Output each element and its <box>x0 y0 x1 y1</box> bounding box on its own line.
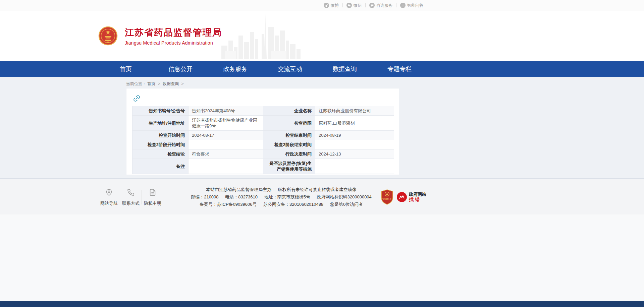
topbar-consult-label: 咨询服务 <box>376 3 392 8</box>
footer-link-label: 联系方式 <box>120 200 142 206</box>
field-label: 检查结论 <box>132 149 189 159</box>
table-row: 告知书编号/公告号 告知书2024年第408号 企业名称 江苏联环药业股份有限公… <box>132 106 394 116</box>
footer-link-privacy[interactable]: 隐私申明 <box>142 188 163 206</box>
nav-item-gov-services[interactable]: 政务服务 <box>208 61 263 77</box>
site-logo[interactable]: 江苏省药品监督管理局 Jiangsu Medical Products Admi… <box>98 26 222 46</box>
field-value: 江苏联环药业股份有限公司 <box>315 106 394 116</box>
main-nav: 首页 信息公开 政务服务 交流互动 数据查询 专题专栏 <box>0 61 644 77</box>
field-value <box>189 159 263 174</box>
breadcrumb-home-link[interactable]: 首页 <box>147 81 155 86</box>
badge-label: 党政机关 <box>382 197 392 200</box>
map-pin-icon <box>105 189 113 196</box>
breadcrumb-separator: > <box>181 81 183 86</box>
breadcrumb-label: 当前位置： <box>126 81 146 86</box>
footer-badges: 党政机关 政府网站 找错 <box>381 189 427 205</box>
site-header: 江苏省药品监督管理局 Jiangsu Medical Products Admi… <box>0 11 644 61</box>
field-label: 检查开始时间 <box>132 131 189 140</box>
city-skyline-graphic <box>221 14 302 59</box>
footer-link-contact[interactable]: 联系方式 <box>120 188 142 206</box>
field-value: 原料药,口服溶液剂 <box>315 116 394 131</box>
topbar-qa-label: 智能问答 <box>407 3 423 8</box>
inspection-detail-table: 告知书编号/公告号 告知书2024年第408号 企业名称 江苏联环药业股份有限公… <box>132 106 394 174</box>
field-value <box>315 140 394 149</box>
topbar-consult-service[interactable]: 咨询服务 <box>366 3 396 8</box>
nav-item-info-disclosure[interactable]: 信息公开 <box>153 61 208 77</box>
field-value: 2024-08-17 <box>189 131 263 140</box>
field-label: 企业名称 <box>263 106 315 116</box>
page-background-spacer <box>0 214 644 301</box>
smart-qa-icon <box>400 3 406 8</box>
party-government-badge[interactable]: 党政机关 <box>381 189 393 205</box>
topbar: 微博 微信 咨询服务 智能问答 <box>0 0 644 11</box>
nav-item-interaction[interactable]: 交流互动 <box>263 61 317 77</box>
nav-item-special-topics[interactable]: 专题专栏 <box>372 61 427 77</box>
field-value: 2024-12-13 <box>315 149 394 159</box>
field-label: 检查范围 <box>263 116 315 131</box>
site-subtitle: Jiangsu Medical Products Administration <box>125 40 222 46</box>
national-emblem-icon <box>98 26 118 46</box>
link-icon <box>131 93 143 105</box>
field-label: 检查2阶段结束时间 <box>263 140 315 149</box>
table-row: 备注 是否涉及暂停(恢复)生产销售使用等措施 <box>132 159 394 174</box>
footer-info: 本站由江苏省药品监督管理局主办 版权所有未经许可禁止转载或者建立镜像 邮编：21… <box>163 186 381 208</box>
field-label: 行政决定时间 <box>263 149 315 159</box>
site-title: 江苏省药品监督管理局 <box>125 26 222 39</box>
weibo-icon <box>324 3 329 8</box>
zhaocuo-icon <box>397 192 407 202</box>
table-row: 生产地址/注册地址 江苏省扬州市扬州生物健康产业园健康一路9号 检查范围 原料药… <box>132 116 394 131</box>
field-label: 是否涉及暂停(恢复)生产销售使用等措施 <box>263 159 315 174</box>
footer-line-host: 本站由江苏省药品监督管理局主办 版权所有未经许可禁止转载或者建立镜像 <box>182 186 381 193</box>
table-row: 检查2阶段开始时间 检查2阶段结束时间 <box>132 140 394 149</box>
topbar-wechat-label: 微信 <box>354 3 362 8</box>
inspection-detail-card: 告知书编号/公告号 告知书2024年第408号 企业名称 江苏联环药业股份有限公… <box>126 88 399 175</box>
content-section: 当前位置： 首页 > 数据查询 > 告知书编号/公告号 告知书2024年第408… <box>0 77 644 179</box>
field-label: 备注 <box>132 159 189 174</box>
footer-line-contact: 邮编：210008 电话：83273610 地址：南京市鼓楼街5号 政府网站标识… <box>182 193 381 201</box>
nav-item-data-query[interactable]: 数据查询 <box>317 61 372 77</box>
wechat-icon <box>346 3 352 8</box>
phone-icon <box>127 189 135 196</box>
field-value: 符合要求 <box>189 149 263 159</box>
footer-link-label: 隐私申明 <box>142 200 163 206</box>
breadcrumb-data-query-link[interactable]: 数据查询 <box>163 81 179 86</box>
footer-link-label: 网站导航 <box>98 200 120 206</box>
topbar-weibo[interactable]: 微博 <box>320 3 342 8</box>
consult-service-icon <box>369 3 375 8</box>
field-value <box>189 140 263 149</box>
nav-item-home[interactable]: 首页 <box>98 61 153 77</box>
table-row: 检查开始时间 2024-08-17 检查结束时间 2024-08-19 <box>132 131 394 140</box>
table-row: 检查结论 符合要求 行政决定时间 2024-12-13 <box>132 149 394 159</box>
field-value: 告知书2024年第408号 <box>189 106 263 116</box>
field-value <box>315 159 394 174</box>
breadcrumb: 当前位置： 首页 > 数据查询 > <box>126 79 399 88</box>
topbar-weibo-label: 微博 <box>331 3 339 8</box>
zhaocuo-title: 政府网站 <box>409 192 426 197</box>
site-error-report-badge[interactable]: 政府网站 找错 <box>397 192 426 202</box>
breadcrumb-separator: > <box>158 81 160 86</box>
site-footer: 网站导航 联系方式 隐私申明 本站由江苏省药品监督管理局主办 版权所有未经许可禁… <box>0 179 644 214</box>
field-label: 检查结束时间 <box>263 131 315 140</box>
field-value: 江苏省扬州市扬州生物健康产业园健康一路9号 <box>189 116 263 131</box>
footer-line-icp: 备案号：苏ICP备09039606号 苏公网安备：32010602010488 … <box>182 201 381 208</box>
field-label: 告知书编号/公告号 <box>132 106 189 116</box>
topbar-wechat[interactable]: 微信 <box>343 3 365 8</box>
field-label: 生产地址/注册地址 <box>132 116 189 131</box>
field-label: 检查2阶段开始时间 <box>132 140 189 149</box>
footer-links: 网站导航 联系方式 隐私申明 <box>98 188 163 206</box>
zhaocuo-subtitle: 找错 <box>409 197 426 202</box>
bottom-bar <box>0 301 644 307</box>
document-icon <box>149 189 156 196</box>
footer-link-site-map[interactable]: 网站导航 <box>98 188 120 206</box>
topbar-smart-qa[interactable]: 智能问答 <box>396 3 427 8</box>
field-value: 2024-08-19 <box>315 131 394 140</box>
